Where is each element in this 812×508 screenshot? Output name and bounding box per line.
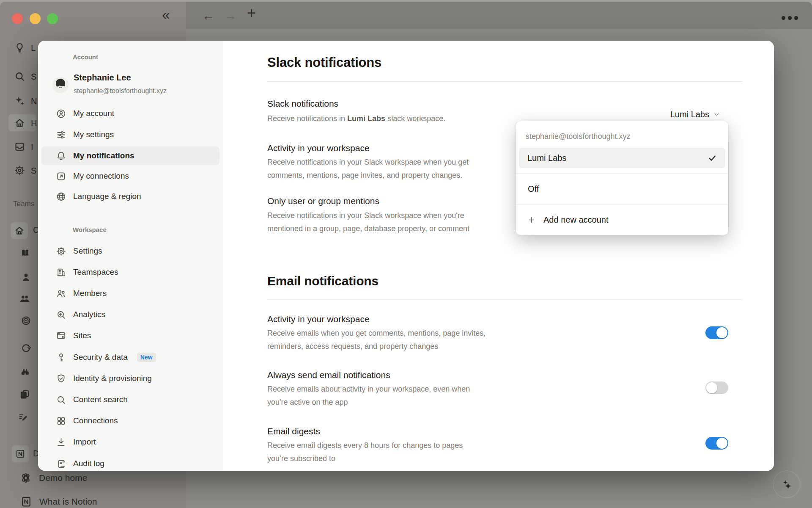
bg-nav-inbox[interactable]: [14, 141, 25, 152]
forward-button[interactable]: →: [224, 9, 237, 22]
desc-bold: Lumi Labs: [347, 114, 385, 123]
bg-page-target[interactable]: [20, 315, 32, 326]
sidebar-item-settings[interactable]: Settings: [41, 242, 219, 260]
sidebar-item-members[interactable]: Members: [41, 284, 219, 303]
sidebar-item-label: Audit log: [73, 459, 104, 468]
sidebar-item-sites[interactable]: Sites: [41, 326, 219, 345]
sparkles-icon: [14, 95, 25, 107]
workspace-switcher[interactable]: [14, 42, 25, 53]
sidebar-item-analytics[interactable]: Analytics: [41, 305, 219, 324]
new-tab-button[interactable]: +: [247, 7, 256, 19]
arrow-up-right-icon: [56, 171, 66, 182]
minimize-window-button[interactable]: [30, 13, 41, 24]
avatar: [52, 77, 69, 93]
sidebar-item-label: Language & region: [73, 192, 141, 201]
desc-line: you’re subscribed to: [267, 452, 463, 465]
building-icon: [56, 267, 66, 278]
email-activity-row-desc: Receive emails when you get comments, me…: [267, 327, 486, 353]
bg-page-notion-doc[interactable]: [12, 445, 29, 462]
slack-notifications-row-desc: Receive notifications in Lumi Labs slack…: [267, 112, 445, 125]
people-icon: [19, 293, 30, 304]
user-email: stephanie@toolsforthought.xyz: [74, 87, 167, 95]
user-name: Stephanie Lee: [74, 73, 131, 83]
magnifier-icon: [56, 395, 66, 405]
email-digests-row-title: Email digests: [267, 426, 320, 436]
check-icon: [707, 153, 717, 163]
always-send-row-title: Always send email notifications: [267, 370, 390, 380]
sidebar-item-content-search[interactable]: Content search: [41, 390, 219, 409]
dropdown-add-new-account[interactable]: Add new account: [527, 204, 717, 235]
bg-page-person[interactable]: [20, 272, 32, 283]
sidebar-item-import[interactable]: Import: [41, 433, 219, 451]
bg-nav-home[interactable]: [14, 117, 25, 129]
email-digests-toggle[interactable]: [705, 437, 728, 450]
sidebar-item-connections[interactable]: Connections: [41, 411, 219, 430]
pages-icon: [19, 389, 30, 400]
bg-nav-search[interactable]: [14, 71, 25, 82]
scroll-icon: [56, 458, 66, 469]
bg-nav-settings[interactable]: [14, 165, 25, 176]
activity-workspace-row-desc: Receive notifications in your Slack work…: [267, 156, 469, 182]
sidebar-item-what-is-notion[interactable]: What is Notion: [20, 495, 97, 508]
gear-icon: [14, 165, 25, 176]
bg-page-people[interactable]: [19, 293, 30, 304]
notion-ai-button[interactable]: [773, 470, 801, 498]
bg-nav-ai-label: N: [31, 97, 37, 106]
sidebar-item-identity-provisioning[interactable]: Identity & provisioning: [41, 369, 219, 388]
sidebar-item-label: Teamspaces: [73, 268, 118, 277]
bg-page-orbit[interactable]: [20, 342, 32, 354]
atom-icon: [19, 472, 32, 484]
bg-page-compose[interactable]: [18, 411, 29, 423]
bg-page-book[interactable]: [19, 247, 31, 259]
inbox-icon: [14, 141, 25, 152]
workspace-switcher-label: L: [31, 43, 36, 53]
sidebar-item-my-settings[interactable]: My settings: [41, 125, 219, 144]
sidebar-item-audit-log[interactable]: Audit log: [41, 454, 219, 471]
notion-book-icon: [20, 495, 33, 508]
toggle-knob: [716, 438, 727, 449]
bg-page-binoculars[interactable]: [19, 366, 31, 378]
sidebar-item-label: My account: [73, 109, 114, 118]
option-label: Off: [528, 184, 539, 194]
sidebar-item-label: My connections: [73, 171, 129, 181]
close-window-button[interactable]: [12, 13, 23, 24]
search-icon: [14, 71, 25, 82]
sidebar-item-my-connections[interactable]: My connections: [41, 167, 219, 185]
ai-sparkle-icon: [780, 478, 793, 491]
email-notifications-title: Email notifications: [267, 274, 379, 288]
dropdown-option-off[interactable]: Off: [528, 173, 716, 204]
sidebar-item-label: Import: [73, 437, 96, 447]
bg-nav-home-label: H: [31, 119, 37, 128]
back-button[interactable]: ←: [202, 9, 215, 22]
bg-page-pages[interactable]: [19, 389, 30, 400]
slack-workspace-dropdown-trigger[interactable]: Lumi Labs: [630, 108, 720, 121]
book-icon: [19, 247, 31, 259]
email-activity-toggle[interactable]: [705, 326, 728, 339]
sidebar-item-label: Members: [73, 289, 107, 298]
bg-nav-inbox-label: I: [31, 142, 33, 152]
globe-icon: [56, 191, 66, 202]
bg-teamspace-item[interactable]: [11, 222, 28, 239]
bg-nav-notion-ai[interactable]: [14, 95, 25, 107]
bg-titlebar-main: [186, 2, 812, 29]
dropdown-option-lumi-labs[interactable]: Lumi Labs: [519, 148, 725, 168]
bell-icon: [56, 151, 66, 161]
slack-workspace-dropdown-menu: stephanie@toolsforthought.xyz Lumi Labs …: [516, 121, 728, 235]
sidebar-item-security-data[interactable]: Security & data New: [41, 348, 219, 367]
more-menu-button[interactable]: [782, 16, 798, 20]
sidebar-item-my-account[interactable]: My account: [41, 104, 219, 123]
plus-icon: [527, 215, 536, 224]
zoom-window-button[interactable]: [47, 13, 58, 24]
sidebar-item-language-region[interactable]: Language & region: [41, 187, 219, 206]
slack-notifications-row-title: Slack notifications: [267, 99, 338, 109]
sidebar-item-my-notifications[interactable]: My notifications: [41, 146, 219, 165]
sidebar-item-demo-home[interactable]: Demo home: [19, 472, 87, 484]
desc-line: Receive notifications in your Slack work…: [267, 156, 469, 169]
sidebar-collapse-button[interactable]: «: [162, 8, 170, 21]
sidebar-item-teamspaces[interactable]: Teamspaces: [41, 263, 219, 282]
new-badge: New: [137, 353, 156, 362]
always-send-toggle[interactable]: [705, 381, 728, 394]
desc-line: Receive emails when you get comments, me…: [267, 327, 486, 340]
gear-icon: [56, 246, 66, 257]
account-section-header: Account: [73, 53, 98, 61]
